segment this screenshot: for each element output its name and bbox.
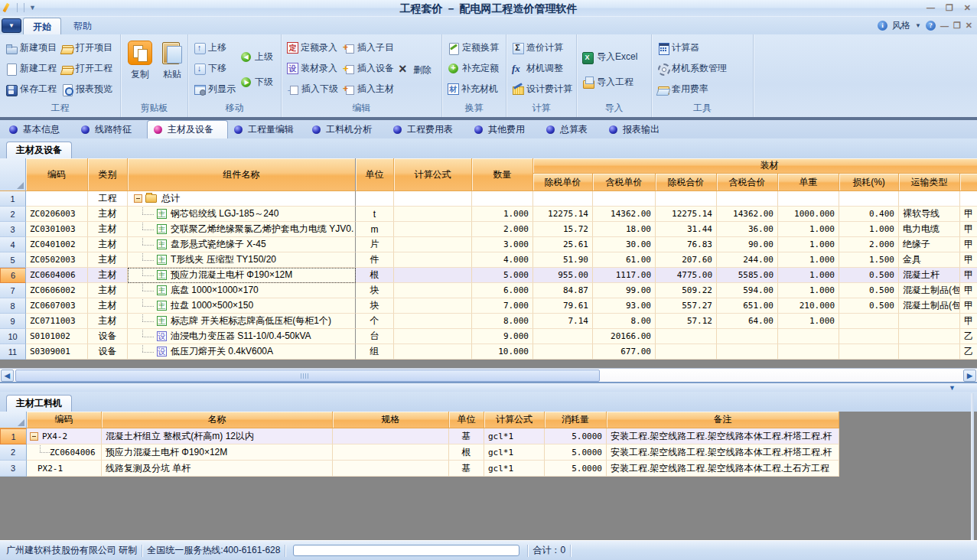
help-icon[interactable]: ? xyxy=(926,21,936,31)
trans-cell[interactable] xyxy=(899,329,960,344)
restore-button[interactable]: ❐ xyxy=(946,3,953,12)
sup-cell[interactable]: 甲 xyxy=(960,314,977,329)
component-name-cell[interactable]: 主底盘 1000×1000×170 xyxy=(128,283,356,298)
p2-cell[interactable]: 8.00 xyxy=(593,314,656,329)
p2-cell[interactable]: 677.00 xyxy=(593,344,656,360)
button-报表预览[interactable]: 报表预览 xyxy=(59,79,115,99)
p1-cell[interactable]: 84.87 xyxy=(533,283,593,298)
collapse-icon[interactable] xyxy=(134,194,142,203)
table-row[interactable]: 2ZC0604006预应力混凝土电杆 Φ190×12M根gcl*15.0000安… xyxy=(0,444,839,461)
formula-cell[interactable] xyxy=(394,298,472,314)
sup-cell[interactable]: 甲 xyxy=(960,283,977,298)
trans-cell[interactable]: 电力电缆 xyxy=(899,222,960,237)
collapse-icon[interactable] xyxy=(30,432,38,441)
unit-cell[interactable]: 件 xyxy=(356,252,394,268)
spec-cell[interactable] xyxy=(333,461,449,477)
wt-cell[interactable]: 1.000 xyxy=(778,237,839,252)
column-header-计算公式[interactable]: 计算公式 xyxy=(394,158,472,191)
select-all-corner[interactable] xyxy=(0,158,26,191)
wt-cell[interactable]: 1.000 xyxy=(778,268,839,283)
page-tab-工料机分析[interactable]: 工料机分析 xyxy=(306,120,387,138)
horizontal-scrollbar[interactable]: ◀ ▶ xyxy=(0,368,977,382)
page-tab-工程费用表[interactable]: 工程费用表 xyxy=(387,120,468,138)
button-打开工程[interactable]: 打开工程 xyxy=(59,58,115,79)
t2-cell[interactable] xyxy=(717,344,778,360)
formula-cell[interactable] xyxy=(394,283,472,298)
wt-cell[interactable]: 1.000 xyxy=(778,252,839,268)
p1-cell[interactable]: 25.61 xyxy=(533,237,593,252)
button-定额换算[interactable]: 定额换算 xyxy=(445,37,501,58)
button-材机系数管理[interactable]: 材机系数管理 xyxy=(655,58,729,79)
qty-cell[interactable]: 2.000 xyxy=(472,222,533,237)
row-number[interactable]: 10 xyxy=(0,329,26,344)
app-menu-button[interactable]: ▼ xyxy=(2,18,21,33)
table-row[interactable]: 1工程总计 xyxy=(0,191,977,207)
formula-cell[interactable] xyxy=(394,268,472,283)
row-number[interactable]: 1 xyxy=(0,191,26,207)
p2-cell[interactable]: 30.00 xyxy=(593,237,656,252)
button-上移[interactable]: 上移 xyxy=(191,37,238,58)
close-button[interactable]: ✕ xyxy=(964,3,971,12)
qty-cell[interactable]: 1.000 xyxy=(472,207,533,222)
button-导入Excel[interactable]: 导入Excel xyxy=(580,47,640,67)
button-打开项目[interactable]: 打开项目 xyxy=(59,37,115,58)
p2-cell[interactable]: 61.00 xyxy=(593,252,656,268)
code-cell[interactable]: ZC0607003 xyxy=(26,298,88,314)
row-number[interactable]: 9 xyxy=(0,314,26,329)
code-cell[interactable]: PX2-1 xyxy=(27,461,102,477)
row-number[interactable]: 4 xyxy=(0,237,26,252)
code-cell[interactable]: ZC0301003 xyxy=(26,222,88,237)
button-补充定额[interactable]: 补充定额 xyxy=(445,58,501,79)
table-row[interactable]: 6ZC0604006主材主预应力混凝土电杆 Φ190×12M根5.000955.… xyxy=(0,268,977,283)
trans-cell[interactable] xyxy=(899,191,960,207)
button-插入主材[interactable]: 插入主材 xyxy=(340,79,396,99)
panel-splitter[interactable]: ▼ xyxy=(0,382,977,392)
code-cell[interactable]: ZC0604006 xyxy=(27,444,102,461)
formula-cell[interactable] xyxy=(394,344,472,360)
unit-cell[interactable]: 基 xyxy=(449,461,484,477)
t2-cell[interactable]: 5585.00 xyxy=(717,268,778,283)
component-name-cell[interactable]: 主T形线夹 压缩型 TY150/20 xyxy=(128,252,356,268)
sup-cell[interactable]: 甲 xyxy=(960,222,977,237)
code-cell[interactable]: PX4-2 xyxy=(27,428,102,444)
loss-cell[interactable] xyxy=(839,344,899,360)
button-插入设备[interactable]: 插入设备 xyxy=(340,58,396,79)
button-新建工程[interactable]: 新建工程 xyxy=(3,58,59,79)
tab-material-analysis[interactable]: 主材工料机 xyxy=(6,395,72,412)
page-tab-基本信息[interactable]: 基本信息 xyxy=(3,120,75,138)
formula-cell[interactable] xyxy=(394,329,472,344)
wt-cell[interactable]: 1.000 xyxy=(778,222,839,237)
p1-cell[interactable]: 955.00 xyxy=(533,268,593,283)
loss-cell[interactable] xyxy=(839,314,899,329)
t1-cell[interactable]: 31.44 xyxy=(656,222,717,237)
column-header-单位[interactable]: 单位 xyxy=(449,412,484,428)
column-header-单位[interactable]: 单位 xyxy=(356,158,394,191)
column-header-计算公式[interactable]: 计算公式 xyxy=(484,412,545,428)
code-cell[interactable]: ZC0604006 xyxy=(26,268,88,283)
t1-cell[interactable]: 57.12 xyxy=(656,314,717,329)
qty-cell[interactable] xyxy=(472,191,533,207)
table-row[interactable]: 3PX2-1线路复测及分坑 单杆基gcl*15.0000安装工程.架空线路工程.… xyxy=(0,461,839,477)
cat-cell[interactable]: 主材 xyxy=(88,222,128,237)
component-name-cell[interactable]: 设低压刀熔开关 0.4kV600A xyxy=(128,344,356,360)
table-row[interactable]: 5ZC0502003主材主T形线夹 压缩型 TY150/20件4.00051.9… xyxy=(0,252,977,268)
trans-cell[interactable]: 混凝土制品(包 xyxy=(899,298,960,314)
button-补充材机[interactable]: 材补充材机 xyxy=(445,79,501,99)
loss-cell[interactable]: 1.500 xyxy=(839,252,899,268)
t2-cell[interactable]: 90.00 xyxy=(717,237,778,252)
formula-cell[interactable] xyxy=(394,207,472,222)
sup-cell[interactable]: 甲 xyxy=(960,252,977,268)
t1-cell[interactable]: 509.22 xyxy=(656,283,717,298)
code-cell[interactable]: S0309001 xyxy=(26,344,88,360)
trans-cell[interactable]: 绝缘子 xyxy=(899,237,960,252)
qty-cell[interactable]: 9.000 xyxy=(472,329,533,344)
row-number[interactable]: 2 xyxy=(0,207,26,222)
t2-cell[interactable]: 14362.00 xyxy=(717,207,778,222)
unit-cell[interactable]: 个 xyxy=(356,314,394,329)
row-number[interactable]: 11 xyxy=(0,344,26,360)
row-number[interactable]: 3 xyxy=(0,461,27,477)
table-row[interactable]: 11S0309001设备设低压刀熔开关 0.4kV600A组10.000677.… xyxy=(0,344,977,360)
t2-cell[interactable] xyxy=(717,191,778,207)
trans-cell[interactable] xyxy=(899,314,960,329)
t2-cell[interactable]: 244.00 xyxy=(717,252,778,268)
